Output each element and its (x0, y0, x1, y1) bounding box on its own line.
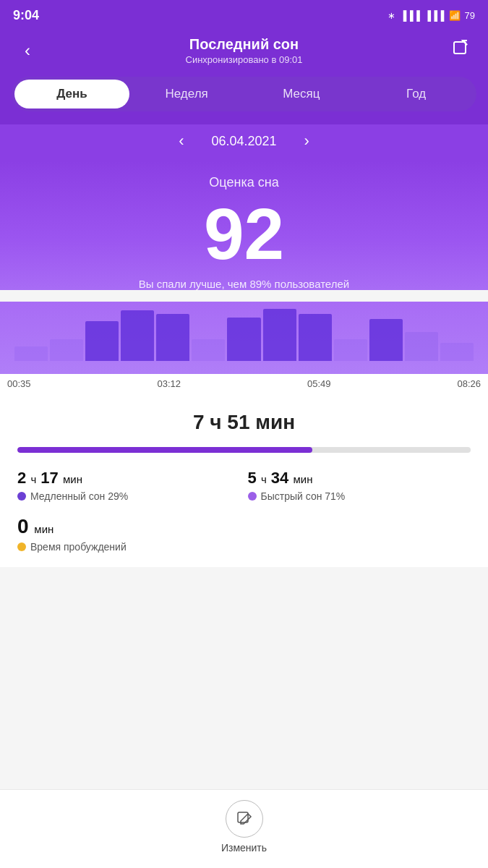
slow-sleep-stat: 2 ч 17 мин Медленный сон 29% (17, 469, 241, 502)
signal-icon1: ▐▐▐ (400, 10, 420, 21)
header: ‹ Последний сон Синхронизировано в 09:01 (0, 29, 488, 77)
date-display: 06.04.2021 (211, 134, 276, 149)
share-button[interactable] (448, 39, 474, 62)
wake-dot (17, 542, 26, 551)
wifi-icon: 📶 (449, 10, 461, 21)
signal-icon2: ▐▐▐ (424, 10, 445, 21)
tab-day[interactable]: День (14, 80, 129, 109)
slow-sleep-dot (17, 492, 26, 501)
header-center: Последний сон Синхронизировано в 09:01 (40, 36, 448, 65)
wake-label: Время пробуждений (17, 541, 471, 553)
time-label-0: 00:35 (7, 378, 31, 389)
sleep-score-section: Оценка сна 92 Вы спали лучше, чем 89% по… (0, 161, 488, 290)
time-label-3: 08:26 (457, 378, 481, 389)
chart-bar (156, 314, 189, 361)
chart-bars (12, 309, 476, 361)
header-subtitle: Синхронизировано в 09:01 (40, 54, 448, 65)
battery-icon: 79 (465, 10, 475, 21)
content-card: 7 ч 51 мин 2 ч 17 мин Медленный сон 29% … (0, 393, 488, 567)
bottom-bar: Изменить (0, 789, 488, 868)
tab-year[interactable]: Год (359, 80, 474, 109)
wake-time: 0 мин (17, 515, 471, 538)
tab-week[interactable]: Неделя (129, 80, 244, 109)
status-icons: ∗ ▐▐▐ ▐▐▐ 📶 79 (388, 10, 475, 21)
chart-bar (299, 314, 332, 361)
slow-sleep-time: 2 ч 17 мин (17, 469, 241, 488)
score-description: Вы спали лучше, чем 89% пользователей (14, 278, 474, 290)
chart-bar (121, 310, 154, 361)
slow-sleep-label: Медленный сон 29% (17, 490, 241, 502)
wake-stat: 0 мин Время пробуждений (17, 515, 471, 553)
tab-container: День Неделя Месяц Год (12, 77, 476, 111)
back-button[interactable]: ‹ (14, 41, 40, 61)
total-sleep-time: 7 ч 51 мин (17, 411, 471, 434)
chart-bar (14, 346, 48, 361)
time-label-2: 05:49 (307, 378, 331, 389)
status-bar: 9:04 ∗ ▐▐▐ ▐▐▐ 📶 79 (0, 0, 488, 29)
chart-bar (334, 339, 367, 361)
edit-button[interactable] (226, 800, 263, 838)
header-title: Последний сон (40, 36, 448, 53)
date-next-button[interactable]: › (299, 132, 315, 150)
bluetooth-icon: ∗ (388, 10, 395, 21)
edit-button-label: Изменить (221, 842, 267, 854)
sleep-chart (0, 302, 488, 374)
chart-bar (85, 321, 119, 361)
status-time: 9:04 (13, 8, 39, 23)
tab-month[interactable]: Месяц (244, 80, 359, 109)
time-label-1: 03:12 (157, 378, 181, 389)
fast-sleep-stat: 5 ч 34 мин Быстрый сон 71% (248, 469, 471, 502)
chart-bar (405, 332, 438, 361)
tab-bar: День Неделя Месяц Год (0, 77, 488, 124)
chart-bar (50, 339, 83, 361)
progress-fill (17, 447, 312, 453)
date-prev-button[interactable]: ‹ (173, 132, 189, 150)
score-number: 92 (14, 196, 474, 272)
svg-rect-0 (454, 42, 466, 54)
date-nav: ‹ 06.04.2021 › (0, 124, 488, 161)
fast-sleep-label: Быстрый сон 71% (248, 490, 471, 502)
score-label: Оценка сна (14, 175, 474, 190)
sleep-progress-bar (17, 447, 471, 453)
fast-sleep-time: 5 ч 34 мин (248, 469, 471, 488)
chart-bar (263, 309, 296, 361)
sleep-stats: 2 ч 17 мин Медленный сон 29% 5 ч 34 мин … (17, 469, 471, 502)
chart-bar (440, 343, 474, 361)
chart-time-labels: 00:35 03:12 05:49 08:26 (0, 374, 488, 393)
chart-bar (192, 339, 225, 361)
chart-bar (227, 318, 260, 361)
chart-bar (369, 319, 403, 361)
fast-sleep-dot (248, 492, 257, 501)
